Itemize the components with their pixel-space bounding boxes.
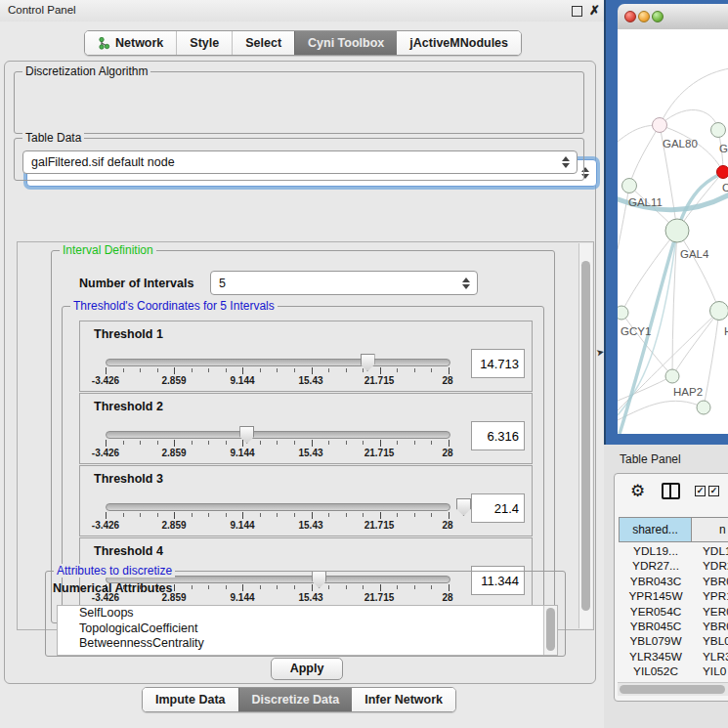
- close-traffic-light[interactable]: [624, 11, 636, 22]
- tab-impute-data-label: Impute Data: [155, 693, 226, 707]
- node-gcy1[interactable]: [618, 306, 628, 320]
- network-window: GAL80 GA C GAL11 GAL4 GCY1 H HAP2: [604, 0, 728, 445]
- table-row[interactable]: YBR045CYBR0: [619, 620, 728, 634]
- tab-infer-network-label: Infer Network: [364, 693, 443, 707]
- threshold-3-label: Threshold 3: [94, 472, 163, 486]
- tab-discretize-data[interactable]: Discretize Data: [238, 688, 353, 711]
- number-of-intervals-value: 5: [219, 277, 226, 290]
- threshold-1-slider-track[interactable]: [106, 359, 450, 366]
- attributes-group-title: Attributes to discretize: [54, 564, 175, 578]
- node-red-selected[interactable]: [717, 166, 728, 179]
- node-gal80[interactable]: [653, 118, 667, 133]
- vertical-scrollbar[interactable]: [578, 243, 592, 628]
- tab-cyni-toolbox[interactable]: Cyni Toolbox: [294, 31, 397, 55]
- list-scrollbar-thumb[interactable]: [546, 608, 555, 651]
- tab-cyni-toolbox-label: Cyni Toolbox: [308, 36, 384, 50]
- node-label-partial-h: H: [724, 325, 728, 337]
- network-window-titlebar[interactable]: [618, 4, 728, 30]
- threshold-2-slider-track[interactable]: [106, 431, 450, 439]
- tick-labels: -3.4262.859 9.14415.43 21.71528: [106, 375, 449, 387]
- number-of-intervals-combobox[interactable]: 5: [210, 271, 478, 295]
- combo-arrows-icon: [562, 156, 570, 168]
- column-header-name[interactable]: n: [692, 517, 728, 542]
- node-bottom[interactable]: [697, 401, 710, 414]
- table-panel-box: ⚙ ✓ ✓ shared... n YDL19...YDL1 YDR27...Y…: [614, 473, 728, 702]
- threshold-3-slider-thumb[interactable]: [456, 498, 471, 516]
- node-h[interactable]: [710, 302, 728, 321]
- threshold-2-value-field[interactable]: [471, 421, 525, 450]
- node-label-gcy1: GCY1: [621, 325, 651, 337]
- table-row[interactable]: YBL079WYBL0: [619, 634, 728, 649]
- table-row[interactable]: YDL19...YDL1: [619, 544, 728, 559]
- numerical-attributes-label: Numerical Attributes: [53, 581, 172, 595]
- table-row[interactable]: YLR345WYLR3: [619, 650, 728, 664]
- vertical-scrollbar-thumb[interactable]: [581, 261, 590, 611]
- control-panel-title: Control Panel: [8, 4, 76, 16]
- threshold-3-value-field[interactable]: [471, 493, 525, 523]
- checkbox-icon[interactable]: ✓: [708, 486, 719, 496]
- application-root: Control Panel ✗ Network Style Select Cyn…: [0, 0, 728, 728]
- network-graph-svg: [618, 29, 728, 434]
- list-scrollbar[interactable]: [543, 606, 557, 655]
- thresholds-group-title: Threshold's Coordinates for 5 Intervals: [70, 299, 278, 313]
- threshold-1-panel: Threshold 1 -3.4262.859 9.14415.43 21.71…: [79, 321, 533, 392]
- list-item[interactable]: BetweennessCentrality: [58, 636, 557, 652]
- minimize-traffic-light[interactable]: [638, 11, 650, 22]
- horizontal-scrollbar-thumb[interactable]: [620, 685, 725, 694]
- columns-icon[interactable]: [662, 483, 680, 499]
- threshold-3-panel: Threshold 3 -3.4262.859 9.14415.43 21.71…: [79, 465, 533, 536]
- network-icon: [98, 37, 110, 50]
- apply-button[interactable]: Apply: [271, 658, 343, 680]
- control-panel: Control Panel ✗ Network Style Select Cyn…: [0, 0, 604, 728]
- tab-style-label: Style: [190, 36, 219, 50]
- node-label-partial-ga: GA: [719, 143, 728, 154]
- node-label-hap2: HAP2: [673, 386, 703, 398]
- table-row[interactable]: YIL052CYIL0: [619, 664, 728, 679]
- tab-style[interactable]: Style: [176, 31, 232, 55]
- tick-marks: [106, 512, 450, 519]
- tab-network[interactable]: Network: [85, 31, 176, 55]
- column-header-shared-name[interactable]: shared...: [619, 517, 692, 542]
- table-row[interactable]: YBR043CYBR0: [619, 575, 728, 589]
- network-canvas[interactable]: GAL80 GA C GAL11 GAL4 GCY1 H HAP2: [618, 29, 728, 434]
- node-label-gal80: GAL80: [663, 138, 698, 150]
- threshold-1-value-field[interactable]: [471, 349, 525, 378]
- threshold-2-panel: Threshold 2 -3.4262.859 9.14415.43 21.71…: [79, 393, 533, 464]
- numerical-attributes-list: SelfLoops TopologicalCoefficient Between…: [57, 605, 558, 656]
- float-window-icon[interactable]: [572, 6, 582, 17]
- node-top-right[interactable]: [711, 123, 726, 138]
- node-gal11[interactable]: [622, 179, 637, 193]
- threshold-3-slider-track[interactable]: [106, 503, 450, 511]
- horizontal-scrollbar[interactable]: [618, 682, 728, 696]
- tab-jactivemnodules-label: jActiveMNodules: [409, 36, 508, 50]
- tab-jactivemnodules[interactable]: jActiveMNodules: [397, 31, 521, 55]
- checkbox-icon[interactable]: ✓: [695, 486, 706, 496]
- table-panel-title: Table Panel: [620, 452, 681, 466]
- close-icon[interactable]: ✗: [588, 4, 601, 17]
- tab-impute-data[interactable]: Impute Data: [143, 688, 238, 711]
- interval-definition-title: Interval Definition: [60, 243, 156, 257]
- tab-network-label: Network: [115, 36, 163, 50]
- tab-infer-network[interactable]: Infer Network: [352, 688, 455, 711]
- table-data-combobox[interactable]: galFiltered.sif default node: [22, 150, 578, 174]
- cyni-mode-tabs: Impute Data Discretize Data Infer Networ…: [142, 687, 456, 712]
- table-data-group: Table Data galFiltered.sif default node: [14, 138, 584, 181]
- table-row[interactable]: YPR145WYPR1: [619, 589, 728, 604]
- combo-arrows-icon: [462, 278, 470, 289]
- node-label-partial-c: C: [722, 182, 728, 193]
- control-panel-tabs: Network Style Select Cyni Toolbox jActiv…: [84, 30, 522, 56]
- node-gal4[interactable]: [665, 219, 689, 242]
- table-data-value: galFiltered.sif default node: [31, 155, 175, 169]
- table-row[interactable]: YDR27...YDR2: [619, 559, 728, 574]
- node-label-gal4: GAL4: [680, 248, 708, 260]
- tick-labels: -3.4262.859 9.14415.43 21.71528: [106, 520, 449, 532]
- tab-select[interactable]: Select: [232, 31, 294, 55]
- list-item[interactable]: SelfLoops: [58, 606, 557, 621]
- gear-icon[interactable]: ⚙: [630, 481, 645, 501]
- tick-labels: -3.4262.859 9.14415.43 21.71528: [106, 448, 449, 459]
- table-row[interactable]: YER054CYER0: [619, 605, 728, 620]
- list-item[interactable]: TopologicalCoefficient: [58, 621, 557, 637]
- number-of-intervals-label: Number of Intervals: [79, 277, 193, 290]
- node-hap2[interactable]: [665, 369, 679, 383]
- zoom-traffic-light[interactable]: [652, 11, 664, 22]
